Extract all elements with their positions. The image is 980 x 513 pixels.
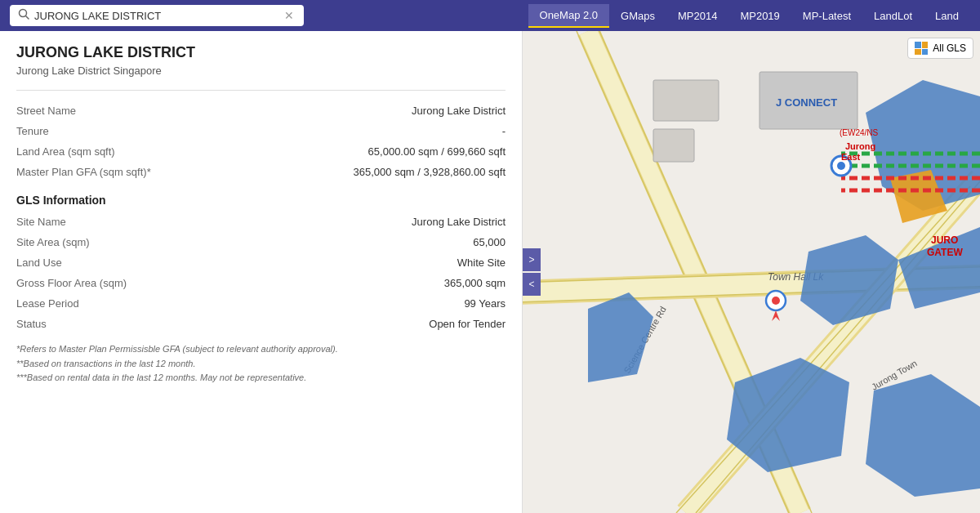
table-row: Master Plan GFA (sqm sqft)* 365,000 sqm …: [16, 162, 506, 182]
gls-icon-q1: [915, 42, 921, 48]
field-value: -: [196, 121, 506, 141]
map-panel: All GLS > <: [523, 31, 980, 513]
field-label: Site Name: [16, 212, 196, 232]
jurong-east-code: (EW24/NS: [840, 128, 879, 137]
field-label: Tenure: [16, 121, 196, 141]
field-label: Gross Floor Area (sqm): [16, 273, 196, 293]
panel-subtitle: Jurong Lake District Singapore: [16, 65, 506, 77]
nav-mp-latest[interactable]: MP-Latest: [791, 5, 862, 27]
nav-onemap[interactable]: OneMap 2.0: [528, 4, 610, 28]
nav-landlot[interactable]: LandLot: [862, 5, 924, 27]
footnote-2: **Based on transactions in the last 12 m…: [16, 357, 506, 372]
footnotes: *Refers to Master Plan Permissisble GFA …: [16, 342, 506, 386]
top-navigation: ✕ OneMap 2.0 GMaps MP2014 MP2019 MP-Late…: [0, 0, 980, 31]
field-label: Status: [16, 314, 196, 334]
map-expand-button[interactable]: >: [523, 248, 541, 271]
map-toggles: > <: [523, 248, 541, 296]
map-collapse-button[interactable]: <: [523, 273, 541, 296]
nav-mp2019[interactable]: MP2019: [728, 5, 791, 27]
jurong-gateway-label: JURO: [931, 234, 958, 246]
divider-1: [16, 90, 506, 91]
field-value: 365,000 sqm: [196, 273, 506, 293]
field-label: Land Use: [16, 252, 196, 273]
gls-icon-q3: [915, 49, 921, 56]
gls-icon: [915, 42, 928, 55]
gls-heading: GLS Information: [16, 194, 506, 207]
svg-point-13: [772, 297, 780, 305]
gls-icon-q4: [922, 49, 929, 56]
jurong-gateway-label2: GATEW: [927, 247, 963, 258]
table-row: Street Name Jurong Lake District: [16, 100, 506, 121]
field-value: 365,000 sqm / 3,928,860.00 sqft: [196, 162, 506, 182]
left-panel: JURONG LAKE DISTRICT Jurong Lake Distric…: [0, 31, 523, 513]
footnote-1: *Refers to Master Plan Permissisble GFA …: [16, 342, 506, 357]
search-icon: [18, 8, 29, 23]
jurong-east-label2: East: [841, 152, 861, 162]
footnote-3: ***Based on rental data in the last 12 m…: [16, 371, 506, 386]
gls-info-table: Site Name Jurong Lake District Site Area…: [16, 212, 506, 334]
all-gls-label: All GLS: [933, 42, 966, 54]
table-row: Gross Floor Area (sqm) 365,000 sqm: [16, 273, 506, 293]
table-row: Tenure -: [16, 121, 506, 141]
table-row: Site Name Jurong Lake District: [16, 212, 506, 232]
gls-icon-q2: [922, 42, 929, 48]
j-connect-label: J CONNECT: [776, 96, 837, 109]
field-value: Jurong Lake District: [196, 212, 506, 232]
table-row: Land Area (sqm sqft) 65,000.00 sqm / 699…: [16, 141, 506, 162]
main-content: JURONG LAKE DISTRICT Jurong Lake Distric…: [0, 31, 980, 513]
table-row: Lease Period 99 Years: [16, 293, 506, 314]
svg-line-1: [26, 16, 29, 20]
jurong-east-label: Jurong: [845, 141, 875, 151]
search-bar: ✕: [10, 5, 304, 26]
nav-mp2014[interactable]: MP2014: [666, 5, 728, 27]
property-info-table: Street Name Jurong Lake District Tenure …: [16, 100, 506, 182]
svg-rect-5: [653, 129, 694, 162]
nav-land[interactable]: Land: [924, 5, 970, 27]
field-label: Street Name: [16, 100, 196, 121]
svg-rect-4: [653, 80, 719, 121]
field-value: 99 Years: [196, 293, 506, 314]
nav-gmaps[interactable]: GMaps: [609, 5, 666, 27]
field-value: 65,000.00 sqm / 699,660 sqft: [196, 141, 506, 162]
field-value: Open for Tender: [196, 314, 506, 334]
field-label: Land Area (sqm sqft): [16, 141, 196, 162]
table-row: Status Open for Tender: [16, 314, 506, 334]
field-label: Lease Period: [16, 293, 196, 314]
map-svg: Science Centre Rd Town Hall Lk Jurong To…: [523, 31, 980, 513]
nav-links: OneMap 2.0 GMaps MP2014 MP2019 MP-Latest…: [528, 4, 970, 28]
field-label: Master Plan GFA (sqm sqft)*: [16, 162, 196, 182]
field-value: 65,000: [196, 232, 506, 252]
svg-point-11: [837, 162, 845, 170]
search-input[interactable]: [34, 10, 279, 22]
panel-title: JURONG LAKE DISTRICT: [16, 44, 506, 61]
table-row: Land Use White Site: [16, 252, 506, 273]
field-label: Site Area (sqm): [16, 232, 196, 252]
all-gls-button[interactable]: All GLS: [907, 38, 973, 59]
table-row: Site Area (sqm) 65,000: [16, 232, 506, 252]
search-clear-icon[interactable]: ✕: [284, 9, 294, 22]
field-value: Jurong Lake District: [196, 100, 506, 121]
field-value: White Site: [196, 252, 506, 273]
